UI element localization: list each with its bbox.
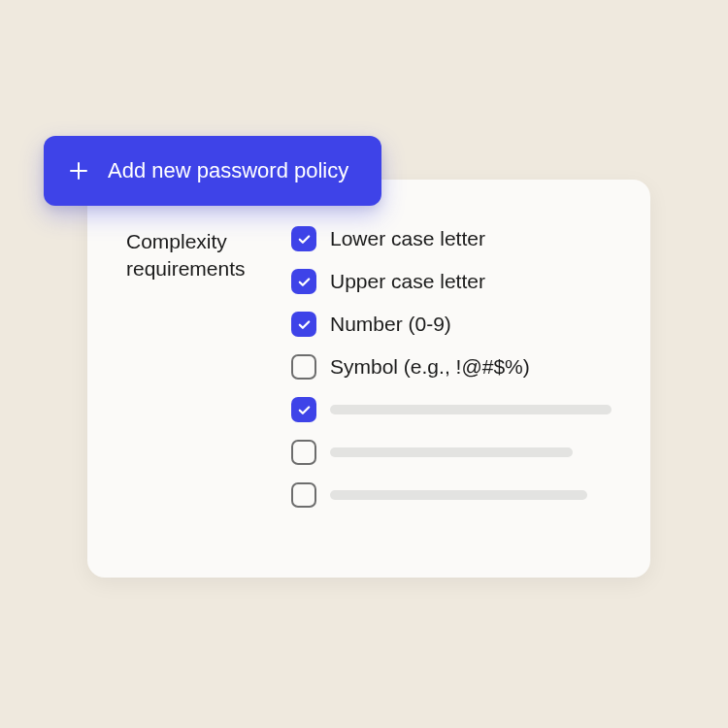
checkbox-symbol[interactable] — [291, 354, 316, 380]
check-icon — [297, 317, 312, 332]
checkbox-lower-case[interactable] — [291, 226, 316, 251]
option-placeholder-2[interactable] — [291, 440, 612, 465]
option-number[interactable]: Number (0-9) — [291, 312, 612, 337]
option-symbol[interactable]: Symbol (e.g., !@#$%) — [291, 354, 612, 380]
check-icon — [297, 275, 312, 289]
checkbox-placeholder-3[interactable] — [291, 482, 316, 508]
complexity-row: Complexity requirements Lower case lette… — [126, 226, 612, 508]
option-placeholder-3[interactable] — [291, 482, 612, 508]
option-label: Upper case letter — [330, 270, 485, 293]
placeholder-label — [330, 490, 587, 500]
option-label: Lower case letter — [330, 227, 485, 250]
policy-card: Complexity requirements Lower case lette… — [87, 180, 650, 578]
placeholder-label — [330, 447, 573, 457]
add-policy-label: Add new password policy — [108, 158, 348, 183]
checkbox-upper-case[interactable] — [291, 269, 316, 294]
option-placeholder-1[interactable] — [291, 397, 612, 422]
add-policy-button[interactable]: Add new password policy — [44, 136, 381, 206]
option-label: Number (0-9) — [330, 313, 451, 336]
plus-icon — [67, 159, 90, 182]
option-label: Symbol (e.g., !@#$%) — [330, 355, 530, 379]
option-upper-case[interactable]: Upper case letter — [291, 269, 612, 294]
checkbox-placeholder-1[interactable] — [291, 397, 316, 422]
checkbox-number[interactable] — [291, 312, 316, 337]
check-icon — [297, 403, 312, 417]
option-lower-case[interactable]: Lower case letter — [291, 226, 612, 251]
section-label-col: Complexity requirements — [126, 226, 252, 508]
placeholder-label — [330, 405, 612, 414]
checkbox-placeholder-2[interactable] — [291, 440, 316, 465]
options-list: Lower case letter Upper case letter Numb… — [291, 226, 612, 508]
check-icon — [297, 232, 312, 247]
section-title: Complexity requirements — [126, 228, 252, 283]
